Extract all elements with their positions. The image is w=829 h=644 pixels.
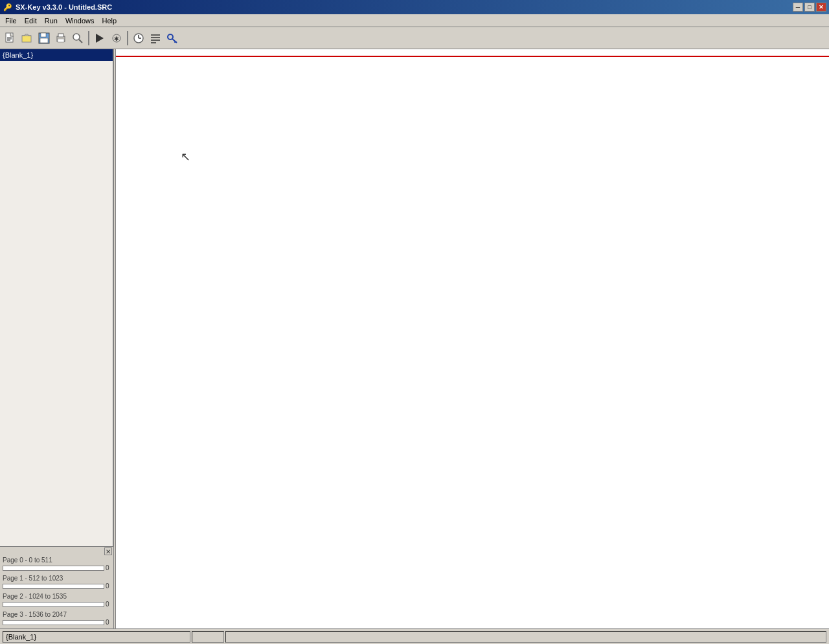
page-row-1: Page 1 - 512 to 1023 0	[0, 574, 113, 592]
list-button[interactable]	[148, 30, 163, 46]
clock-button[interactable]	[131, 30, 146, 46]
bottom-panel: ✕ Page 0 - 0 to 511 0 Page 1 - 512 to 10…	[0, 546, 113, 628]
open-button[interactable]	[19, 30, 35, 46]
toolbar-separator-1	[88, 31, 89, 45]
title-bar-left: 🔑 SX-Key v3.3.0 - Untitled.SRC	[3, 2, 112, 12]
svg-text:✱: ✱	[114, 36, 119, 42]
close-button[interactable]: ✕	[816, 3, 826, 12]
svg-rect-4	[22, 36, 31, 42]
find-button[interactable]	[70, 30, 85, 46]
page-0-track[interactable]	[3, 566, 104, 571]
page-1-value: 0	[106, 582, 111, 590]
left-panel: {Blank_1} ✕ Page 0 - 0 to 511 0 Page 1 -…	[0, 49, 113, 628]
minimize-button[interactable]: ─	[793, 3, 803, 12]
svg-point-11	[73, 34, 80, 40]
restore-button[interactable]: □	[804, 3, 815, 12]
svg-rect-7	[40, 38, 48, 43]
page-1-label: Page 1 - 512 to 1023	[3, 575, 111, 582]
title-bar: 🔑 SX-Key v3.3.0 - Untitled.SRC ─ □ ✕	[0, 0, 829, 14]
page-3-label: Page 3 - 1536 to 2047	[3, 611, 111, 618]
title-buttons: ─ □ ✕	[793, 3, 826, 12]
menu-file[interactable]: File	[1, 16, 21, 26]
cursor-indicator: ↖	[181, 150, 190, 164]
new-button[interactable]	[3, 30, 18, 46]
bottom-panel-close: ✕	[0, 547, 113, 556]
print-button[interactable]	[53, 30, 69, 46]
menu-help[interactable]: Help	[98, 16, 121, 26]
left-panel-header: {Blank_1}	[0, 49, 113, 61]
run-button[interactable]	[92, 30, 108, 46]
page-1-track[interactable]	[3, 584, 104, 589]
page-2-label: Page 2 - 1024 to 1535	[3, 593, 111, 600]
title-icon: 🔑	[3, 2, 13, 12]
page-3-bar: 0	[3, 619, 111, 626]
svg-point-23	[168, 34, 173, 40]
menu-windows[interactable]: Windows	[62, 16, 98, 26]
status-mid	[192, 631, 224, 643]
debug-button[interactable]: ✱	[109, 30, 124, 46]
save-button[interactable]	[36, 30, 52, 46]
page-2-bar: 0	[3, 601, 111, 608]
page-row-2: Page 2 - 1024 to 1535 0	[0, 592, 113, 610]
page-2-track[interactable]	[3, 602, 104, 607]
left-panel-content[interactable]	[0, 61, 113, 628]
svg-rect-10	[58, 39, 64, 42]
svg-marker-13	[96, 34, 104, 43]
page-0-bar: 0	[3, 564, 111, 571]
page-0-value: 0	[106, 564, 111, 571]
editor-red-line	[116, 56, 829, 57]
page-row-0: Page 0 - 0 to 511 0	[0, 556, 113, 574]
main-layout: {Blank_1} ✕ Page 0 - 0 to 511 0 Page 1 -…	[0, 49, 829, 628]
menu-run[interactable]: Run	[41, 16, 62, 26]
menu-edit[interactable]: Edit	[21, 16, 41, 26]
toolbar-separator-2	[127, 31, 128, 45]
svg-rect-6	[41, 33, 46, 37]
editor-area[interactable]: ↖	[116, 49, 829, 628]
status-bar: {Blank_1}	[0, 628, 829, 644]
page-3-track[interactable]	[3, 620, 104, 625]
page-0-label: Page 0 - 0 to 511	[3, 557, 111, 564]
page-1-bar: 0	[3, 582, 111, 590]
page-2-value: 0	[106, 601, 111, 608]
svg-rect-9	[58, 34, 63, 37]
bottom-panel-close-button[interactable]: ✕	[104, 547, 112, 555]
page-3-value: 0	[106, 619, 111, 626]
status-right	[225, 631, 826, 643]
toolbar: ✱	[0, 27, 829, 49]
menu-bar: File Edit Run Windows Help	[0, 14, 829, 27]
title-text: SX-Key v3.3.0 - Untitled.SRC	[16, 3, 112, 11]
key-button[interactable]	[165, 30, 180, 46]
status-left: {Blank_1}	[3, 631, 190, 643]
page-row-3: Page 3 - 1536 to 2047 0	[0, 610, 113, 628]
svg-line-12	[79, 40, 82, 43]
